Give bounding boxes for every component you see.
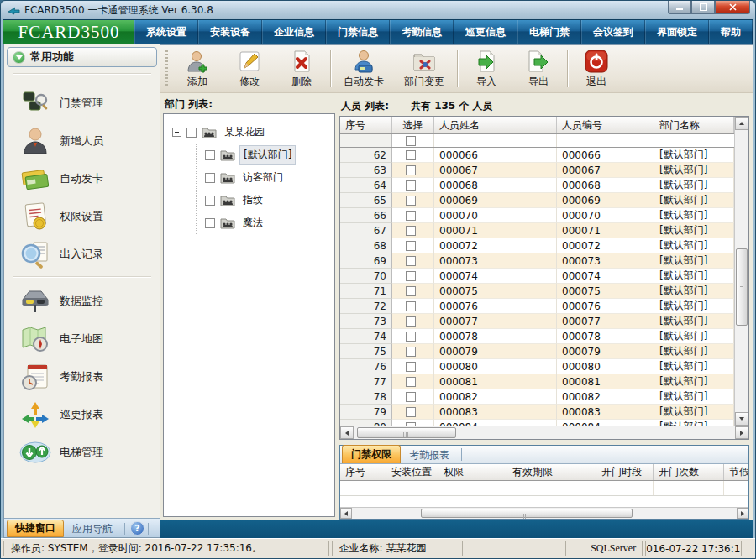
row-checkbox[interactable] (406, 316, 416, 327)
sidebar-item-add-person[interactable]: 新增人员 (4, 122, 160, 159)
sidebar-item-data-monitor[interactable]: 数据监控 (4, 282, 160, 320)
table-row[interactable]: 67 000071 000071 [默认部门] (340, 223, 734, 238)
tab-app-nav[interactable]: 应用导航 (64, 520, 121, 537)
menu-item-system[interactable]: 系统设置 (134, 20, 198, 44)
dept-change-button[interactable]: 部门变更 (394, 47, 454, 91)
table-row[interactable]: 68 000072 000072 [默认部门] (340, 238, 734, 253)
row-checkbox[interactable] (406, 377, 416, 387)
table-row[interactable]: 80 000084 000084 [默认部门] (340, 420, 734, 426)
toolbar-grip[interactable] (165, 50, 168, 87)
sidebar-item-elevator-mgmt[interactable]: 电梯管理 (4, 433, 160, 471)
detail-horizontal-scrollbar[interactable] (340, 507, 748, 519)
tree-node-default-dept[interactable]: [默认部门] (205, 144, 331, 166)
table-row[interactable]: 64 000068 000068 [默认部门] (340, 178, 734, 193)
table-row[interactable]: 78 000082 000082 [默认部门] (340, 389, 734, 405)
row-checkbox[interactable] (406, 347, 416, 357)
table-row[interactable]: 66 000070 000070 [默认部门] (340, 208, 734, 223)
table-row[interactable]: 62 000066 000066 [默认部门] (340, 148, 734, 163)
column-header-select[interactable]: 选择 (392, 117, 434, 133)
detail-column-header[interactable]: 有效期限 (507, 464, 596, 480)
row-checkbox[interactable] (406, 271, 416, 281)
scroll-up-icon[interactable] (735, 117, 748, 130)
scroll-down-icon[interactable] (735, 412, 748, 426)
maximize-button[interactable] (691, 1, 715, 14)
column-header-code[interactable]: 人员编号 (557, 117, 654, 133)
menu-item-elevator[interactable]: 电梯门禁 (517, 20, 581, 44)
row-checkbox[interactable] (406, 150, 416, 160)
sidebar-item-emap[interactable]: 电子地图 (4, 320, 160, 358)
row-checkbox[interactable] (406, 211, 416, 221)
sidebar-header[interactable]: 常用功能 (7, 47, 157, 67)
column-header-name[interactable]: 人员姓名 (434, 117, 557, 133)
table-row[interactable]: 76 000080 000080 [默认部门] (340, 359, 734, 374)
exit-button[interactable]: 退出 (570, 47, 622, 91)
export-button[interactable]: 导出 (512, 47, 564, 91)
horizontal-scrollbar[interactable] (340, 426, 748, 439)
table-row[interactable]: 75 000079 000079 [默认部门] (340, 344, 734, 359)
help-icon[interactable]: ? (130, 521, 144, 535)
vertical-scrollbar[interactable] (734, 117, 748, 426)
menu-item-enterprise[interactable]: 企业信息 (262, 20, 326, 44)
add-button[interactable]: 添加 (171, 47, 223, 91)
table-row[interactable]: 63 000067 000067 [默认部门] (340, 163, 734, 178)
tab-attendance-report[interactable]: 考勤报表 (401, 447, 458, 463)
scrollbar-thumb[interactable] (736, 248, 748, 326)
menu-item-access[interactable]: 门禁信息 (326, 20, 390, 44)
table-row[interactable]: 74 000078 000078 [默认部门] (340, 329, 734, 344)
sidebar-item-permission[interactable]: 权限设置 (4, 197, 160, 235)
menu-item-device[interactable]: 安装设备 (198, 20, 262, 44)
menu-item-attendance[interactable]: 考勤信息 (390, 20, 454, 44)
detail-column-header[interactable]: 开门时段 (596, 464, 654, 480)
table-row[interactable]: 65 000069 000069 [默认部门] (340, 193, 734, 208)
row-checkbox[interactable] (406, 165, 416, 175)
tree-checkbox[interactable] (205, 173, 215, 183)
tab-access-permission[interactable]: 门禁权限 (342, 445, 401, 463)
table-row[interactable]: 79 000083 000083 [默认部门] (340, 405, 734, 420)
scroll-right-icon[interactable] (737, 508, 748, 519)
minimize-button[interactable] (668, 1, 691, 14)
menu-item-meeting[interactable]: 会议签到 (581, 20, 645, 44)
sidebar-item-patrol-report[interactable]: 巡更报表 (4, 395, 160, 433)
scroll-right-icon[interactable] (735, 426, 748, 439)
table-row[interactable]: 72 000076 000076 [默认部门] (340, 299, 734, 314)
close-button[interactable] (715, 1, 750, 14)
detail-column-header[interactable]: 节假日 (724, 464, 748, 480)
import-button[interactable]: 导入 (460, 47, 512, 91)
edit-button[interactable]: 修改 (223, 47, 276, 91)
column-header-no[interactable]: 序号 (340, 117, 392, 133)
tree-node-fingerprint[interactable]: 指纹 (205, 189, 331, 212)
tree-checkbox[interactable] (186, 128, 197, 138)
tree-checkbox[interactable] (205, 150, 215, 160)
tree-checkbox[interactable] (205, 196, 215, 206)
menu-item-lock[interactable]: 界面锁定 (645, 20, 709, 44)
column-header-dept[interactable]: 部门名称 (654, 117, 734, 133)
tree-checkbox[interactable] (205, 218, 215, 228)
detail-column-header[interactable]: 权限 (438, 464, 507, 480)
row-checkbox[interactable] (406, 256, 416, 266)
row-checkbox[interactable] (406, 241, 416, 251)
select-all-checkbox[interactable] (406, 136, 416, 146)
scrollbar-thumb[interactable] (421, 509, 633, 518)
table-row[interactable]: 77 000081 000081 [默认部门] (340, 374, 734, 389)
tab-quick-window[interactable]: 快捷窗口 (7, 520, 64, 537)
tree-node-magic[interactable]: 魔法 (205, 212, 331, 234)
row-checkbox[interactable] (406, 332, 416, 342)
sidebar-item-attendance-report[interactable]: 考勤报表 (4, 358, 160, 395)
row-checkbox[interactable] (406, 407, 416, 417)
scrollbar-thumb[interactable] (357, 427, 456, 438)
row-checkbox[interactable] (406, 180, 416, 191)
detail-column-header[interactable]: 开门次数 (654, 464, 724, 480)
table-row[interactable]: 73 000077 000077 [默认部门] (340, 314, 734, 329)
tree-node-visitor-dept[interactable]: 访客部门 (205, 166, 331, 189)
collapse-icon[interactable] (172, 128, 181, 137)
row-checkbox[interactable] (406, 286, 416, 296)
detail-column-header[interactable]: 序号 (340, 464, 386, 480)
sidebar-item-access-mgmt[interactable]: 门禁管理 (4, 84, 160, 122)
sidebar-item-records[interactable]: 出入记录 (4, 235, 160, 273)
detail-column-header[interactable]: 安装位置 (386, 464, 438, 480)
delete-button[interactable]: 删除 (276, 47, 328, 91)
row-checkbox[interactable] (406, 392, 416, 402)
table-row[interactable]: 70 000074 000074 [默认部门] (340, 269, 734, 284)
sidebar-item-auto-card[interactable]: 自动发卡 (4, 159, 160, 197)
resize-grip[interactable] (744, 541, 753, 556)
